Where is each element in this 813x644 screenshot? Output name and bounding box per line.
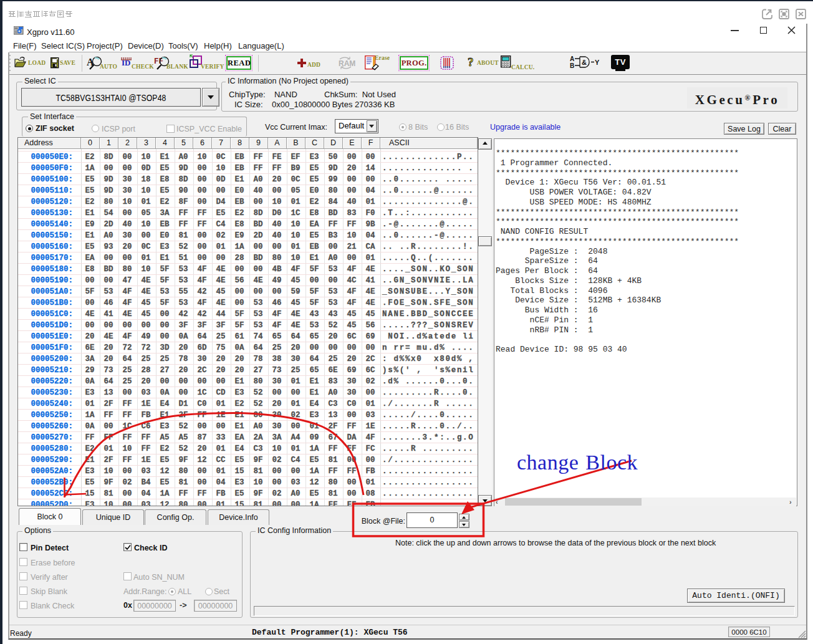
svg-text:ID: ID xyxy=(122,58,130,67)
svg-text:Y: Y xyxy=(595,59,600,66)
svg-text:&: & xyxy=(582,59,587,66)
svg-text:B: B xyxy=(570,62,574,69)
svg-text:?: ? xyxy=(468,56,474,69)
svg-text:A: A xyxy=(570,55,574,62)
